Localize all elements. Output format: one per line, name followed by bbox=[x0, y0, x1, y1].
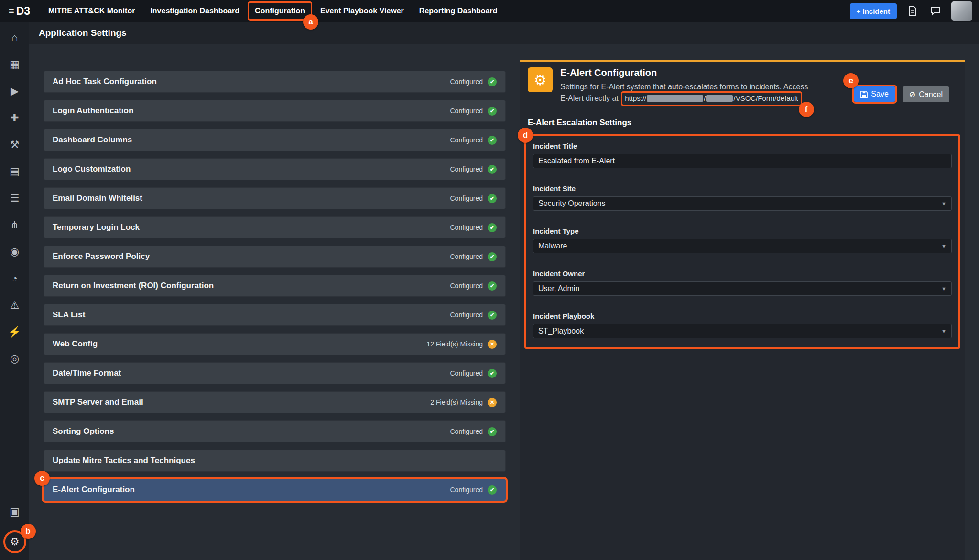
media-library-icon[interactable]: ▶ bbox=[7, 83, 23, 99]
settings-row-status: Configured ✔ bbox=[450, 369, 497, 378]
d3-logo[interactable]: ≡ D3 bbox=[9, 5, 30, 18]
settings-row-label: SMTP Server and Email bbox=[53, 398, 143, 407]
field-incident-owner: Incident Owner User, Admin ▼ bbox=[533, 269, 952, 296]
data-stack-icon[interactable]: ☰ bbox=[7, 190, 23, 206]
status-text: Configured bbox=[450, 253, 483, 260]
save-button[interactable]: Save bbox=[854, 86, 895, 102]
settings-row-logo-customization[interactable]: Logo Customization Configured ✔ bbox=[44, 158, 506, 180]
settings-gear-icon[interactable]: ⚙ bbox=[7, 534, 23, 550]
field-incident-site: Incident Site Security Operations ▼ bbox=[533, 184, 952, 211]
main-content: Ad Hoc Task Configuration Configured ✔ L… bbox=[29, 44, 979, 560]
cancel-button[interactable]: ⊘ Cancel bbox=[903, 86, 949, 102]
missing-fields-icon: ✕ bbox=[488, 340, 497, 349]
topbar-right: + Incident bbox=[850, 1, 972, 21]
annotation-marker-f: f bbox=[799, 102, 814, 117]
status-text: 12 Field(s) Missing bbox=[427, 340, 483, 348]
chat-icon[interactable] bbox=[928, 4, 943, 18]
incident-playbook-select[interactable]: ST_Playbook ▼ bbox=[533, 324, 952, 338]
status-text: Configured bbox=[450, 107, 483, 115]
settings-row-roi-configuration[interactable]: Return on Investment (ROI) Configuration… bbox=[44, 275, 506, 297]
settings-row-status: Configured ✔ bbox=[450, 281, 497, 291]
settings-row-status: Configured ✔ bbox=[450, 77, 497, 86]
settings-row-sla-list[interactable]: SLA List Configured ✔ bbox=[44, 304, 506, 326]
alerts-icon[interactable]: ⚠ bbox=[7, 297, 23, 313]
automation-icon[interactable]: ⚡ bbox=[7, 324, 23, 340]
incident-type-select[interactable]: Malware ▼ bbox=[533, 239, 952, 253]
settings-row-e-alert-configuration[interactable]: E-Alert Configuration Configured ✔ c bbox=[44, 479, 506, 501]
settings-row-login-authentication[interactable]: Login Authentication Configured ✔ bbox=[44, 100, 506, 122]
settings-row-status: Configured ✔ bbox=[450, 136, 497, 145]
settings-row-smtp-server-and-email[interactable]: SMTP Server and Email 2 Field(s) Missing… bbox=[44, 391, 506, 413]
new-incident-button[interactable]: + Incident bbox=[850, 3, 897, 19]
url-separator: / bbox=[704, 94, 706, 102]
network-icon[interactable]: ⋔ bbox=[7, 217, 23, 233]
settings-row-label: E-Alert Configuration bbox=[53, 485, 135, 495]
incident-site-select[interactable]: Security Operations ▼ bbox=[533, 196, 952, 211]
cancel-icon: ⊘ bbox=[909, 90, 915, 99]
nav-item-event-playbook-viewer[interactable]: Event Playbook Viewer bbox=[315, 3, 410, 19]
detail-actions: Save e ⊘ Cancel bbox=[854, 86, 949, 102]
settings-row-web-config[interactable]: Web Config 12 Field(s) Missing ✕ bbox=[44, 333, 506, 355]
incident-playbook-label: Incident Playbook bbox=[533, 312, 952, 320]
settings-row-enforce-password-policy[interactable]: Enforce Password Policy Configured ✔ bbox=[44, 246, 506, 268]
tools-icon[interactable]: ⚒ bbox=[7, 137, 23, 153]
settings-row-status: Configured ✔ bbox=[450, 223, 497, 232]
detail-header: ⚙ E-Alert Configuration Settings for E-A… bbox=[528, 67, 957, 105]
e-alert-gear-icon: ⚙ bbox=[528, 67, 553, 92]
configured-check-icon: ✔ bbox=[488, 223, 497, 232]
broadcast-icon[interactable]: ◉ bbox=[7, 244, 23, 260]
nav-item-configuration[interactable]: Configuration a bbox=[249, 3, 311, 19]
home-icon[interactable]: ⌂ bbox=[7, 30, 23, 46]
settings-row-update-mitre-tactics[interactable]: Update Mitre Tactics and Techniques bbox=[44, 450, 506, 472]
e-alert-url[interactable]: https:////VSOC/Form/default f bbox=[622, 93, 800, 105]
settings-row-label: Dashboard Columns bbox=[53, 135, 132, 145]
file-manager-icon[interactable]: ▣ bbox=[7, 504, 23, 520]
settings-list: Ad Hoc Task Configuration Configured ✔ L… bbox=[29, 44, 520, 560]
chevron-down-icon: ▼ bbox=[941, 243, 946, 249]
configured-check-icon: ✔ bbox=[488, 369, 497, 378]
metrics-icon[interactable]: ◔ bbox=[7, 270, 23, 287]
schedule-icon[interactable]: ▤ bbox=[7, 163, 23, 180]
field-incident-type: Incident Type Malware ▼ bbox=[533, 227, 952, 253]
configured-check-icon: ✔ bbox=[488, 194, 497, 203]
settings-row-label: Login Authentication bbox=[53, 106, 133, 116]
document-icon[interactable] bbox=[905, 4, 920, 18]
fingerprint-icon[interactable]: ◎ bbox=[7, 351, 23, 367]
incident-owner-select[interactable]: User, Admin ▼ bbox=[533, 281, 952, 296]
incident-owner-label: Incident Owner bbox=[533, 269, 952, 278]
settings-row-temporary-login-lock[interactable]: Temporary Login Lock Configured ✔ bbox=[44, 216, 506, 238]
url-prefix: https:// bbox=[625, 94, 646, 102]
icon-sidebar: ⌂ ▦ ▶ ✚ ⚒ ▤ ☰ ⋔ ◉ ◔ ⚠ ⚡ ◎ ▣ ⚙ b bbox=[0, 22, 29, 560]
status-text: Configured bbox=[450, 428, 483, 435]
incident-title-input[interactable] bbox=[533, 154, 952, 168]
settings-row-ad-hoc-task-configuration[interactable]: Ad Hoc Task Configuration Configured ✔ bbox=[44, 71, 506, 93]
incident-playbook-value: ST_Playbook bbox=[538, 327, 584, 335]
status-text: Configured bbox=[450, 486, 483, 494]
user-avatar[interactable] bbox=[951, 1, 972, 21]
settings-row-dashboard-columns[interactable]: Dashboard Columns Configured ✔ bbox=[44, 129, 506, 151]
settings-row-date-time-format[interactable]: Date/Time Format Configured ✔ bbox=[44, 362, 506, 384]
integrations-icon[interactable]: ✚ bbox=[7, 110, 23, 126]
calendar-icon[interactable]: ▦ bbox=[7, 56, 23, 73]
settings-row-sorting-options[interactable]: Sorting Options Configured ✔ bbox=[44, 420, 506, 442]
settings-row-label: SLA List bbox=[53, 310, 85, 320]
incident-type-label: Incident Type bbox=[533, 227, 952, 235]
field-incident-title: Incident Title bbox=[533, 142, 952, 168]
annotation-marker-a: a bbox=[303, 14, 318, 30]
nav-item-reporting-dashboard[interactable]: Reporting Dashboard bbox=[413, 3, 503, 19]
incident-site-label: Incident Site bbox=[533, 184, 952, 193]
annotation-marker-d: d bbox=[518, 128, 533, 143]
incident-site-value: Security Operations bbox=[538, 199, 606, 208]
configured-check-icon: ✔ bbox=[488, 107, 497, 116]
nav-item-mitre-attack-monitor[interactable]: MITRE ATT&CK Monitor bbox=[43, 3, 141, 19]
nav-item-investigation-dashboard[interactable]: Investigation Dashboard bbox=[144, 3, 245, 19]
settings-row-label: Ad Hoc Task Configuration bbox=[53, 77, 157, 86]
configured-check-icon: ✔ bbox=[488, 165, 497, 174]
configured-check-icon: ✔ bbox=[488, 136, 497, 145]
settings-row-label: Enforce Password Policy bbox=[53, 252, 150, 261]
escalation-settings-title: E-Alert Escalation Settings bbox=[528, 118, 957, 128]
configured-check-icon: ✔ bbox=[488, 252, 497, 261]
settings-row-email-domain-whitelist[interactable]: Email Domain Whitelist Configured ✔ bbox=[44, 187, 506, 209]
url-suffix: /VSOC/Form/default bbox=[733, 94, 798, 102]
settings-row-status: 12 Field(s) Missing ✕ bbox=[427, 340, 497, 349]
